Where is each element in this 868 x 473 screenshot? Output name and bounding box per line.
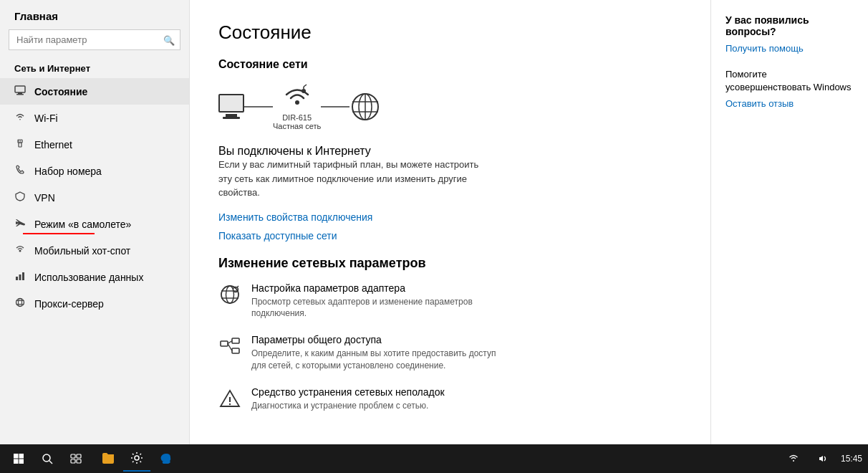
dialup-icon xyxy=(14,165,26,177)
adapter-title[interactable]: Настройка параметров адаптера xyxy=(251,282,509,294)
search-input[interactable] xyxy=(9,29,180,50)
svg-line-34 xyxy=(228,344,232,351)
troubleshoot-desc: Диагностика и устранение проблем с сетью… xyxy=(251,400,445,412)
data-usage-icon xyxy=(14,271,26,283)
taskbar-left xyxy=(6,446,179,472)
svg-rect-1 xyxy=(18,92,22,94)
search-icon: 🔍 xyxy=(163,34,175,45)
sidebar-item-dialup[interactable]: Набор номера xyxy=(0,158,189,184)
taskbar-right: 15:45 xyxy=(781,446,862,472)
help-question: У вас появились вопросы? xyxy=(725,14,854,37)
sidebar-item-vpn[interactable]: VPN xyxy=(0,184,189,211)
svg-point-47 xyxy=(135,456,139,460)
sidebar-item-label-status: Состояние xyxy=(34,86,87,97)
troubleshoot-content: Средство устранения сетевых неполадок Ди… xyxy=(251,386,445,412)
link-show-networks[interactable]: Показать доступные сети xyxy=(218,230,682,242)
taskbar-app-file-explorer[interactable] xyxy=(95,446,122,472)
svg-rect-31 xyxy=(232,338,239,343)
network-diagram: DIR-615 Частная сеть xyxy=(218,82,682,130)
base-shape xyxy=(223,117,240,119)
svg-rect-5 xyxy=(20,140,21,142)
svg-rect-44 xyxy=(77,454,81,458)
status-icon xyxy=(14,85,26,97)
svg-rect-46 xyxy=(77,459,81,463)
svg-point-7 xyxy=(19,250,21,252)
settings-item-sharing: Параметры общего доступа Определите, к к… xyxy=(218,334,682,372)
network-tray-icon[interactable] xyxy=(781,446,806,472)
airplane-icon xyxy=(14,218,26,230)
sidebar-item-label-airplane: Режим «в самолете» xyxy=(34,219,131,230)
svg-point-11 xyxy=(16,299,24,307)
sidebar-section-title: Сеть и Интернет xyxy=(0,56,189,78)
svg-point-25 xyxy=(226,286,234,303)
svg-line-42 xyxy=(49,461,52,464)
warning-icon xyxy=(218,388,241,409)
start-button[interactable] xyxy=(6,446,32,472)
sidebar-item-data-usage[interactable]: Использование данных xyxy=(0,264,189,290)
sidebar-item-wifi[interactable]: Wi-Fi xyxy=(0,105,189,131)
change-settings-title: Изменение сетевых параметров xyxy=(218,256,682,271)
svg-rect-6 xyxy=(19,143,21,147)
task-view-button[interactable] xyxy=(63,446,89,472)
svg-point-41 xyxy=(43,454,50,462)
sidebar: Главная 🔍 Сеть и Интернет Состояние Wi-F… xyxy=(0,0,190,444)
sidebar-item-label-vpn: VPN xyxy=(34,192,55,204)
airplane-underline xyxy=(23,233,95,234)
connected-desc: Если у вас лимитный тарифный план, вы мо… xyxy=(218,158,491,200)
settings-item-troubleshoot: Средство устранения сетевых неполадок Ди… xyxy=(218,386,682,412)
sharing-title[interactable]: Параметры общего доступа xyxy=(251,334,509,345)
svg-rect-9 xyxy=(19,274,21,280)
sharing-content: Параметры общего доступа Определите, к к… xyxy=(251,334,509,372)
right-panel: У вас появились вопросы? Получить помощь… xyxy=(710,0,868,444)
feedback-link[interactable]: Оставить отзыв xyxy=(725,98,854,109)
computer-icon xyxy=(218,94,244,119)
vpn-icon xyxy=(14,191,26,204)
svg-line-29 xyxy=(237,286,238,287)
svg-rect-0 xyxy=(15,86,25,92)
network-status-title: Состояние сети xyxy=(218,58,682,71)
taskbar-time: 15:45 xyxy=(841,454,862,464)
sharing-icon xyxy=(218,335,241,357)
sidebar-item-proxy[interactable]: Прокси-сервер xyxy=(0,290,189,317)
svg-rect-2 xyxy=(16,94,24,95)
svg-rect-32 xyxy=(232,348,239,353)
svg-rect-45 xyxy=(71,459,75,463)
sharing-desc: Определите, к каким данным вы хотите пре… xyxy=(251,348,509,372)
svg-line-18 xyxy=(304,85,307,87)
get-help-link[interactable]: Получить помощь xyxy=(725,43,854,54)
sidebar-item-label-data-usage: Использование данных xyxy=(34,272,143,283)
sidebar-item-label-ethernet: Ethernet xyxy=(34,139,72,150)
link-change-connection[interactable]: Изменить свойства подключения xyxy=(218,211,682,223)
svg-rect-10 xyxy=(22,272,24,280)
router-type: Частная сеть xyxy=(273,122,321,130)
svg-rect-30 xyxy=(221,341,228,346)
sidebar-home[interactable]: Главная xyxy=(0,0,189,29)
svg-point-36 xyxy=(229,403,231,404)
hotspot-icon xyxy=(14,244,26,257)
wifi-sidebar-icon xyxy=(14,112,26,124)
svg-rect-38 xyxy=(19,454,24,459)
connected-title: Вы подключены к Интернету xyxy=(218,145,682,158)
search-taskbar-button[interactable] xyxy=(34,446,60,472)
taskbar-app-edge[interactable] xyxy=(152,446,179,472)
svg-rect-4 xyxy=(19,140,19,142)
sidebar-item-ethernet[interactable]: Ethernet xyxy=(0,131,189,158)
svg-point-16 xyxy=(302,89,306,93)
taskbar-app-settings[interactable] xyxy=(123,446,150,472)
sidebar-item-hotspot[interactable]: Мобильный хот-спот xyxy=(0,237,189,264)
svg-point-12 xyxy=(19,299,22,307)
taskbar-apps xyxy=(95,446,179,472)
sidebar-item-airplane[interactable]: Режим «в самолете» xyxy=(0,211,189,237)
svg-rect-39 xyxy=(14,459,19,464)
main-content: Состояние Состояние сети xyxy=(190,0,710,444)
sidebar-item-label-wifi: Wi-Fi xyxy=(34,113,58,124)
sidebar-item-label-hotspot: Мобильный хот-спот xyxy=(34,245,130,257)
sidebar-item-status[interactable]: Состояние xyxy=(0,78,189,105)
troubleshoot-title[interactable]: Средство устранения сетевых неполадок xyxy=(251,386,445,398)
svg-rect-37 xyxy=(14,454,19,459)
adapter-content: Настройка параметров адаптера Просмотр с… xyxy=(251,282,509,320)
volume-tray-icon[interactable] xyxy=(811,446,836,472)
settings-item-adapter: Настройка параметров адаптера Просмотр с… xyxy=(218,282,682,320)
svg-point-24 xyxy=(221,286,238,303)
page-title: Состояние xyxy=(218,22,682,44)
